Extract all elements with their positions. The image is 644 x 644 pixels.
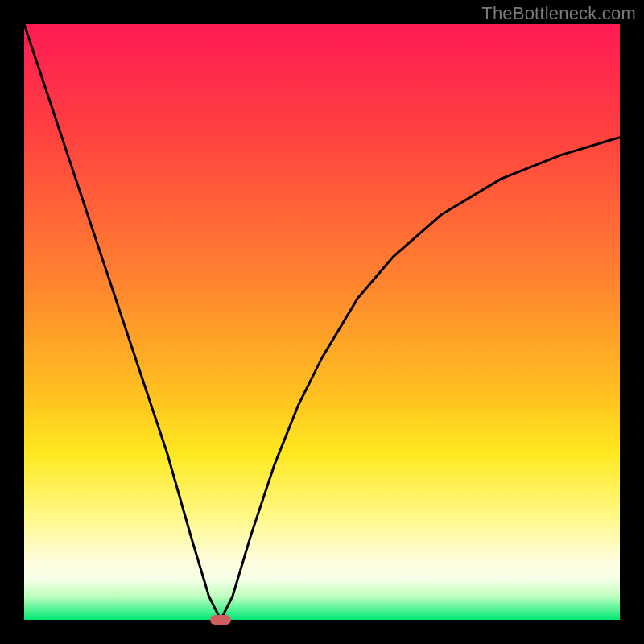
chart-frame: TheBottleneck.com <box>0 0 644 644</box>
plot-area <box>24 24 620 620</box>
bottleneck-curve <box>24 24 620 620</box>
watermark-text: TheBottleneck.com <box>481 3 636 24</box>
bottleneck-min-marker <box>210 615 231 625</box>
